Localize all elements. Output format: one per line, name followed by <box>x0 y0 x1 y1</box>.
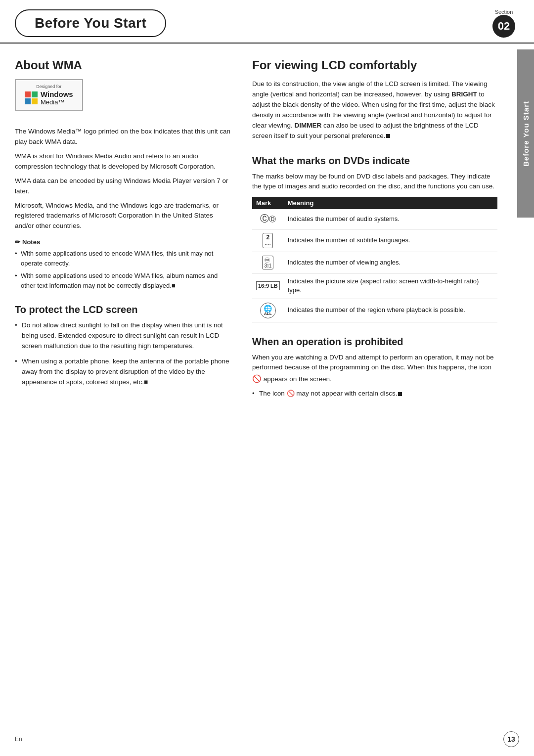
lcd-protect-list: Do not allow direct sunlight to fall on … <box>15 320 232 388</box>
mark-meaning-audio: Indicates the number of audio systems. <box>284 209 497 229</box>
notes-item-1: With some applications used to encode WM… <box>15 249 232 268</box>
end-square-prohibited <box>398 392 402 396</box>
wma-para-2: WMA is short for Windows Media Audio and… <box>15 151 232 172</box>
mark-meaning-subtitle: Indicates the number of subtitle languag… <box>284 229 497 252</box>
notes-item-2: With some applications used to encode WM… <box>15 271 232 290</box>
prohibited-text: When you are watching a DVD and attempt … <box>252 353 497 385</box>
main-content: About WMA Designed for Windows <box>0 44 534 735</box>
lcd-protect-section: To protect the LCD screen Do not allow d… <box>15 304 232 388</box>
mark-col-header: Mark <box>252 197 284 209</box>
section-indicator: Section 02 <box>492 9 515 38</box>
page-title: Before You Start <box>15 9 166 37</box>
prohibited-icon-inline: 🚫 <box>287 390 295 397</box>
wma-logo-media: Media™ <box>41 98 73 106</box>
marks-row-aspect: 16:9 LB Indicates the picture size (aspe… <box>252 273 497 299</box>
mark-symbol-region: 🌐 ALL <box>252 299 284 322</box>
dvd-marks-heading: What the marks on DVDs indicate <box>252 155 497 167</box>
windows-flag-icon <box>25 91 38 104</box>
prohibited-section: When an operation is prohibited When you… <box>252 336 497 400</box>
prohibited-icon: 🚫 <box>252 374 262 383</box>
prohibited-heading: When an operation is prohibited <box>252 336 497 348</box>
mark-symbol-audio: ⒸⒹ <box>252 209 284 229</box>
mark-symbol-aspect: 16:9 LB <box>252 273 284 299</box>
about-wma-section: About WMA Designed for Windows <box>15 58 232 290</box>
wma-logo-container: Designed for Windows Media™ <box>15 79 232 119</box>
wma-logo-designed: Designed for <box>36 84 61 89</box>
section-label: Section <box>495 9 513 15</box>
mark-meaning-angles: Indicates the number of viewing angles. <box>284 252 497 273</box>
marks-row-audio: ⒸⒹ Indicates the number of audio systems… <box>252 209 497 229</box>
dvd-marks-table: Mark Meaning ⒸⒹ Indicates the number of … <box>252 197 497 322</box>
lcd-comfort-text: Due to its construction, the view angle … <box>252 79 497 141</box>
lcd-comfort-heading: For viewing LCD comfortably <box>252 58 497 72</box>
wma-para-1: The Windows Media™ logo printed on the b… <box>15 127 232 147</box>
mark-symbol-angles: ♾ 3⃣1 <box>252 252 284 273</box>
left-column: About WMA Designed for Windows <box>15 58 232 720</box>
meaning-col-header: Meaning <box>284 197 497 209</box>
lcd-protect-heading: To protect the LCD screen <box>15 304 232 315</box>
wma-para-4: Microsoft, Windows Media, and the Window… <box>15 201 232 232</box>
lcd-protect-item-2: When using a portable phone, keep the an… <box>15 356 232 388</box>
wma-para-3: WMA data can be encoded by using Windows… <box>15 176 232 197</box>
footer-page-number: 13 <box>503 731 519 747</box>
notes-icon: ✏ <box>15 238 20 246</box>
right-column: For viewing LCD comfortably Due to its c… <box>252 58 519 720</box>
side-tab: Before You Start <box>517 49 534 218</box>
dvd-marks-intro: The marks below may be found on DVD disc… <box>252 172 497 192</box>
notes-box: ✏ Notes With some applications used to e… <box>15 238 232 290</box>
lcd-comfort-section: For viewing LCD comfortably Due to its c… <box>252 58 497 141</box>
mark-symbol-subtitle: 2 ···· <box>252 229 284 252</box>
prohibited-item-1: The icon 🚫 may not appear with certain d… <box>252 389 497 399</box>
about-wma-heading: About WMA <box>15 58 232 72</box>
page-footer: En 13 <box>0 731 534 747</box>
dimmer-keyword: DIMMER <box>295 122 322 129</box>
wma-logo-box: Designed for Windows Media™ <box>15 79 83 111</box>
notes-title: ✏ Notes <box>15 238 232 246</box>
bright-keyword: BRIGHT <box>451 90 477 98</box>
side-tab-text: Before You Start <box>522 101 530 167</box>
mark-meaning-region: Indicates the number of the region where… <box>284 299 497 322</box>
mark-meaning-aspect: Indicates the picture size (aspect ratio… <box>284 273 497 299</box>
prohibited-list: The icon 🚫 may not appear with certain d… <box>252 389 497 399</box>
marks-table-header: Mark Meaning <box>252 197 497 209</box>
notes-list: With some applications used to encode WM… <box>15 249 232 290</box>
wma-logo-windows: Windows <box>41 90 73 98</box>
dvd-marks-section: What the marks on DVDs indicate The mark… <box>252 155 497 322</box>
end-square-lcd <box>386 134 390 138</box>
section-number: 02 <box>492 15 515 38</box>
wma-logo-inner: Windows Media™ <box>25 90 73 106</box>
marks-row-region: 🌐 ALL Indicates the number of the region… <box>252 299 497 322</box>
lcd-protect-item-1: Do not allow direct sunlight to fall on … <box>15 320 232 352</box>
page-header: Before You Start Section 02 <box>0 0 534 44</box>
footer-lang: En <box>15 736 22 743</box>
marks-row-subtitle: 2 ···· Indicates the number of subtitle … <box>252 229 497 252</box>
marks-row-angles: ♾ 3⃣1 Indicates the number of viewing an… <box>252 252 497 273</box>
